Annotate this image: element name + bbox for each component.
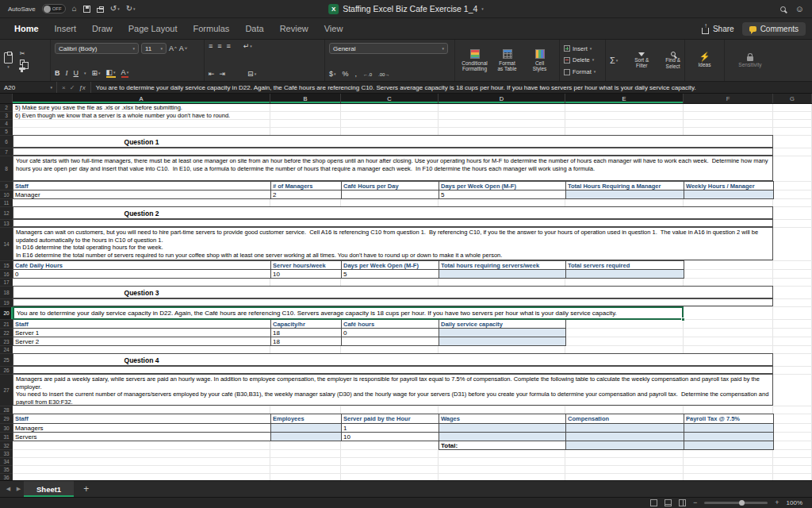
question-label-18[interactable]: Question 3 <box>13 287 270 298</box>
currency-button[interactable]: $▾ <box>329 71 336 78</box>
zoom-in-icon[interactable]: + <box>775 499 779 506</box>
row-header-28[interactable]: 28 <box>0 406 13 414</box>
increase-indent-icon[interactable]: ⇥ <box>220 71 226 78</box>
column-header-D[interactable]: D <box>439 94 565 103</box>
paste-button[interactable]: ▾ <box>4 52 13 69</box>
document-title[interactable]: Staffing Excel Biz Cafe Exercise 1_4 <box>343 4 477 13</box>
percent-button[interactable]: % <box>343 71 349 78</box>
sensitivity-button[interactable]: Sensitivity <box>738 53 761 67</box>
cell-styles-button[interactable]: CellStyles <box>524 49 555 72</box>
empty-merged-cell-row-26[interactable] <box>13 366 773 374</box>
align-right-icon[interactable]: ≡ <box>227 43 231 50</box>
row-header-3[interactable]: 3 <box>0 112 13 120</box>
cell-A32[interactable] <box>13 441 271 450</box>
row-header-27[interactable]: 27 <box>0 375 13 406</box>
question-label-6[interactable]: Question 1 <box>13 136 270 148</box>
cell-B23[interactable]: 18 <box>270 337 342 346</box>
column-header-G[interactable]: G <box>773 94 812 103</box>
cell-A16[interactable]: 0 <box>13 269 271 279</box>
note-cell-A27[interactable]: Managers are paid a weekly salary, while… <box>13 374 773 406</box>
add-sheet-button[interactable]: + <box>83 483 89 495</box>
cancel-icon[interactable]: × <box>62 84 66 91</box>
conditional-formatting-button[interactable]: ConditionalFormatting <box>459 49 490 72</box>
formula-content[interactable]: You are to determine your daily service … <box>91 84 812 91</box>
merge-center-icon[interactable]: ⊟▾ <box>247 71 256 78</box>
ribbon-tab-review[interactable]: Review <box>272 18 316 39</box>
ribbon-tab-home[interactable]: Home <box>6 18 47 39</box>
italic-button[interactable]: I <box>66 70 68 77</box>
row-header-15[interactable]: 15 <box>0 261 13 270</box>
empty-merged-cell-row-13[interactable] <box>13 219 773 227</box>
fill-handle[interactable] <box>681 318 685 321</box>
note-cell-A8[interactable]: Your café starts with two full-time mana… <box>13 156 773 181</box>
zoom-slider[interactable] <box>704 502 768 504</box>
row-header-8[interactable]: 8 <box>0 156 13 182</box>
row-header-21[interactable]: 21 <box>0 320 13 329</box>
question-label-25[interactable]: Question 4 <box>13 354 270 366</box>
align-left-icon[interactable]: ≡ <box>209 43 213 50</box>
cell-E16[interactable] <box>565 269 684 279</box>
row-header-30[interactable]: 30 <box>0 424 13 433</box>
wrap-text-icon[interactable]: ↵▾ <box>243 43 252 50</box>
row-header-14[interactable]: 14 <box>0 228 13 261</box>
row-header-4[interactable]: 4 <box>0 120 13 128</box>
fill-color-button[interactable]: ◧▾ <box>106 69 116 78</box>
underline-button[interactable]: U <box>74 70 79 77</box>
cell-D16[interactable] <box>439 269 566 279</box>
format-painter-icon[interactable] <box>19 67 25 70</box>
insert-function-icon[interactable]: ƒx <box>79 84 85 91</box>
empty-merged-cell-row-7[interactable] <box>13 148 773 156</box>
grow-font-button[interactable]: A^ <box>169 45 177 52</box>
number-format-select[interactable]: General ▾ <box>329 43 448 54</box>
font-color-button[interactable]: A▾ <box>121 69 129 78</box>
row-header-22[interactable]: 22 <box>0 329 13 337</box>
delete-cells-button[interactable]: Delete ▾ <box>564 56 601 64</box>
cell-D10[interactable]: 5 <box>439 190 566 199</box>
autosum-button[interactable]: Σ▾ <box>610 56 618 65</box>
ribbon-tab-insert[interactable]: Insert <box>47 18 85 39</box>
find-select-button[interactable]: Find &Select <box>665 52 680 69</box>
row-header-5[interactable]: 5 <box>0 128 13 136</box>
borders-button[interactable]: ⊞▾ <box>92 70 101 77</box>
row-header-9[interactable]: 9 <box>0 182 13 190</box>
row-header-31[interactable]: 31 <box>0 433 13 441</box>
row-header-23[interactable]: 23 <box>0 337 13 346</box>
autosave-toggle[interactable]: OFF <box>42 4 66 13</box>
format-cells-button[interactable]: Format ▾ <box>564 68 601 75</box>
row-header-19[interactable]: 19 <box>0 299 13 307</box>
row-header-6[interactable]: 6 <box>0 136 13 148</box>
shrink-font-button[interactable]: A˅ <box>179 45 188 52</box>
row-header-7[interactable]: 7 <box>0 148 13 156</box>
ribbon-tab-formulas[interactable]: Formulas <box>186 18 238 39</box>
cell-C23[interactable] <box>341 337 439 346</box>
row-header-36[interactable]: 36 <box>0 474 13 480</box>
cell-F32[interactable] <box>684 441 774 450</box>
ideas-button[interactable]: ⚡ Ideas <box>699 52 711 67</box>
next-sheet-icon[interactable]: ▶ <box>13 486 24 492</box>
row-header-10[interactable]: 10 <box>0 190 13 199</box>
insert-cells-button[interactable]: Insert ▾ <box>564 45 601 52</box>
cell-D23[interactable] <box>439 337 566 346</box>
cell-F10[interactable] <box>684 190 774 199</box>
row-header-26[interactable]: 26 <box>0 367 13 375</box>
cell-A3[interactable]: 6) Even though we know that a server is … <box>15 112 230 119</box>
row-header-13[interactable]: 13 <box>0 220 13 228</box>
decrease-indent-icon[interactable]: ⇤ <box>209 71 215 78</box>
cut-icon[interactable]: ✂ <box>20 51 25 57</box>
row-header-16[interactable]: 16 <box>0 270 13 279</box>
page-layout-view-icon[interactable] <box>665 499 672 506</box>
row-header-12[interactable]: 12 <box>0 207 13 220</box>
page-break-view-icon[interactable] <box>679 499 686 506</box>
cell-A2[interactable]: 5) Make sure you save the file as .xls o… <box>15 104 182 111</box>
copy-icon[interactable] <box>20 60 25 65</box>
select-all-corner[interactable] <box>0 94 13 103</box>
normal-view-icon[interactable] <box>650 499 657 506</box>
cell-D32[interactable]: Total: <box>439 441 566 450</box>
row-header-11[interactable]: 11 <box>0 199 13 207</box>
ribbon-tab-view[interactable]: View <box>316 18 351 39</box>
feedback-smiley-icon[interactable]: ☺ <box>795 5 804 13</box>
sheet-tab-sheet1[interactable]: Sheet1 <box>24 481 74 497</box>
cell-B16[interactable]: 10 <box>270 269 342 279</box>
empty-merged-cell-row-19[interactable] <box>13 298 773 306</box>
increase-decimal-button[interactable]: ←.0 <box>363 72 372 77</box>
